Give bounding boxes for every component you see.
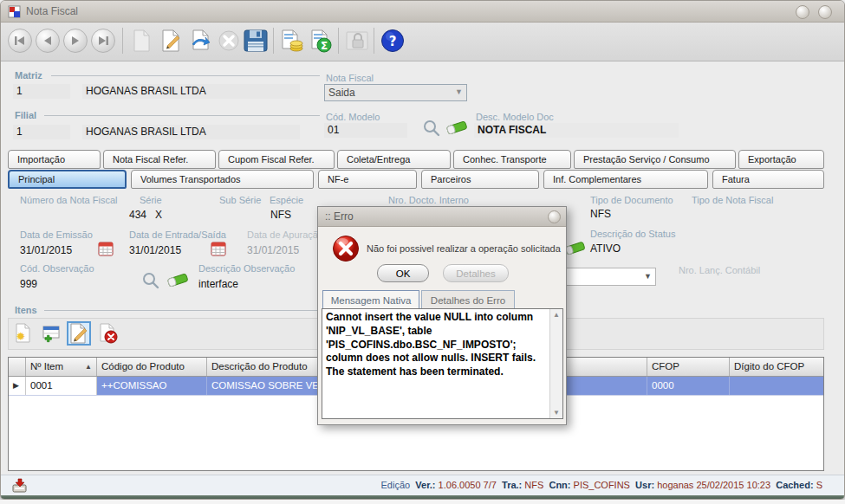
cell-digito[interactable] <box>730 377 823 395</box>
status-usr-label: Usr: <box>635 480 654 490</box>
taxes-button[interactable] <box>278 27 306 55</box>
svg-text:✹: ✹ <box>16 330 26 343</box>
tab-volumes-transportados[interactable]: Volumes Transportados <box>131 170 314 189</box>
scroll-up-icon[interactable]: ▲ <box>553 311 560 319</box>
filial-code-field[interactable]: 1 <box>13 125 70 139</box>
title-bar: Nota Fiscal <box>1 1 844 23</box>
desc-modelo-field[interactable]: NOTA FISCAL <box>474 123 679 138</box>
tab-nota-fiscal-refer[interactable]: Nota Fiscal Refer. <box>103 150 216 169</box>
status-cnn-value: PIS_COFINS <box>574 480 630 490</box>
filial-group-label: Filial <box>15 110 36 120</box>
app-icon <box>8 5 21 18</box>
tab-detalhes-do-erro[interactable]: Detalhes do Erro <box>421 290 515 309</box>
status-tra-label: Tra.: <box>502 480 522 490</box>
cell-codigo[interactable]: ++COMISSAO <box>97 377 207 395</box>
grid-header-item-label: Nº Item <box>30 361 63 372</box>
lancamento-select[interactable]: ▼ <box>562 268 656 286</box>
tab-principal[interactable]: Principal <box>8 170 127 189</box>
cod-modelo-label: Cód. Modelo <box>326 112 380 122</box>
tab-cupom-fiscal-refer[interactable]: Cupom Fiscal Refer. <box>218 150 335 169</box>
tab-importacao[interactable]: Importação <box>8 150 101 169</box>
nav-previous-button[interactable] <box>36 29 60 53</box>
tab-inf-complementares[interactable]: Inf. Complementares <box>543 170 708 189</box>
data-emissao-value: 31/01/2015 <box>20 244 72 256</box>
eraser-icon[interactable] <box>445 117 469 141</box>
window-bottom-border <box>1 495 844 500</box>
totals-button[interactable]: Σ <box>307 27 335 55</box>
calendar-icon[interactable] <box>98 241 114 260</box>
new-record-button[interactable] <box>127 27 155 55</box>
item-new-button[interactable]: ✹ <box>11 321 36 346</box>
status-cnn-label: Cnn: <box>549 480 570 490</box>
help-button[interactable]: ? <box>379 27 406 55</box>
itens-group-label: Itens <box>15 305 37 315</box>
cancel-record-button[interactable] <box>215 27 243 55</box>
nav-last-button[interactable] <box>91 29 115 53</box>
save-record-button[interactable] <box>242 27 270 55</box>
tab-nfe[interactable]: NF-e <box>318 170 417 189</box>
group-line <box>44 115 320 116</box>
status-cached-label: Cached: <box>776 480 813 490</box>
calendar-icon[interactable] <box>211 241 226 260</box>
nav-first-button[interactable] <box>8 29 32 53</box>
item-delete-button[interactable] <box>96 321 120 346</box>
grid-header-indicator <box>9 358 26 376</box>
matriz-group-label: Matriz <box>15 70 42 81</box>
data-entrada-label: Data de Entrada/Saída <box>129 229 226 240</box>
close-button[interactable] <box>818 5 832 19</box>
search-icon[interactable] <box>422 119 441 141</box>
chevron-down-icon: ▼ <box>455 87 463 96</box>
scroll-down-icon[interactable]: ▼ <box>553 409 560 417</box>
cod-modelo-field[interactable]: 01 <box>324 123 407 138</box>
tab-conhec-transporte[interactable]: Conhec. Transporte <box>453 150 571 169</box>
error-detail-box[interactable]: Cannot insert the value NULL into column… <box>322 308 563 419</box>
eraser-icon[interactable] <box>166 269 190 294</box>
tab-prestacao-servico[interactable]: Prestação Serviço / Consumo <box>574 150 736 169</box>
item-add-button[interactable] <box>39 321 63 346</box>
group-line <box>51 75 320 76</box>
grid-header-cfop[interactable]: CFOP <box>647 358 730 376</box>
dialog-close-button[interactable] <box>548 210 561 223</box>
status-ver-label: Ver.: <box>415 480 435 490</box>
group-line <box>44 310 318 311</box>
grid-header-digito[interactable]: Dígito do CFOP <box>730 358 823 376</box>
detalhes-button[interactable]: Detalhes <box>443 264 509 282</box>
tab-exportacao[interactable]: Exportação <box>738 150 824 169</box>
nota-fiscal-select[interactable]: Saida ▼ <box>324 84 467 101</box>
matriz-code-field[interactable]: 1 <box>13 84 70 99</box>
tipo-documento-label: Tipo de Documento <box>590 195 673 205</box>
grid-header-codigo[interactable]: Código do Produto <box>97 358 207 376</box>
cell-cfop[interactable]: 0000 <box>647 377 730 395</box>
svg-text:?: ? <box>389 34 397 49</box>
export-icon[interactable] <box>11 478 29 495</box>
filial-name-field[interactable]: HOGANAS BRASIL LTDA <box>82 125 300 139</box>
lock-button[interactable] <box>343 27 371 55</box>
refresh-record-button[interactable] <box>186 27 214 55</box>
app-window: Nota Fiscal <box>0 0 845 500</box>
ok-button[interactable]: OK <box>377 264 429 282</box>
tab-coleta-entrega[interactable]: Coleta/Entrega <box>337 150 451 169</box>
status-cached-value: S <box>816 480 822 490</box>
matriz-name-field[interactable]: HOGANAS BRASIL LTDA <box>82 84 300 99</box>
tab-parceiros[interactable]: Parceiros <box>421 170 539 189</box>
edit-record-button[interactable] <box>158 27 185 55</box>
item-edit-button[interactable] <box>67 321 91 346</box>
tab-mensagem-nativa[interactable]: Mensagem Nativa <box>322 290 419 309</box>
toolbar-separator <box>273 28 274 54</box>
grid-header-item[interactable]: Nº Item▲ <box>26 358 97 376</box>
error-icon <box>332 235 360 266</box>
tab-fatura[interactable]: Fatura <box>712 170 824 189</box>
row-indicator-icon: ▶ <box>9 377 26 395</box>
data-entrada-value: 31/01/2015 <box>129 244 181 256</box>
data-emissao-label: Data de Emissão <box>20 229 93 240</box>
minimize-button[interactable] <box>796 5 809 19</box>
scrollbar[interactable]: ▲ ▼ <box>549 309 562 418</box>
cod-observacao-label: Cód. Observação <box>20 263 94 274</box>
desc-modelo-label: Desc. Modelo Doc <box>476 112 554 122</box>
nav-next-button[interactable] <box>63 29 88 53</box>
cell-item[interactable]: 0001 <box>26 377 97 395</box>
error-dialog-titlebar[interactable]: :: Erro <box>318 207 566 227</box>
eraser-icon[interactable] <box>564 238 587 261</box>
search-icon[interactable] <box>141 271 160 294</box>
tipo-documento-value: NFS <box>590 208 611 220</box>
